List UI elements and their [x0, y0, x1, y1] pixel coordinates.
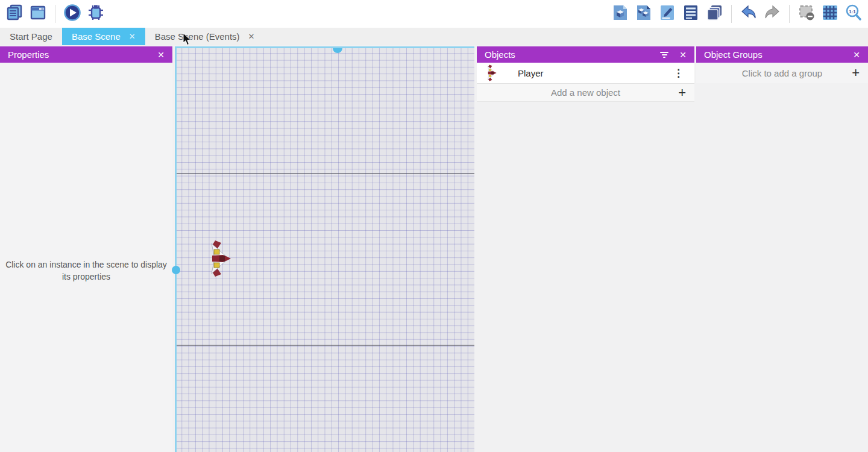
- close-icon[interactable]: ✕: [853, 51, 860, 59]
- object-menu-icon[interactable]: ⋮: [671, 67, 686, 80]
- window-mask-button[interactable]: [797, 4, 816, 24]
- window-mask-icon: [797, 4, 816, 24]
- layers-button[interactable]: [705, 4, 724, 24]
- objects-panel: Objects ✕ Player ⋮ Add a new object +: [477, 46, 694, 452]
- instances-list-button[interactable]: [681, 4, 700, 24]
- project-manager-button[interactable]: [5, 4, 24, 24]
- undo-button[interactable]: [739, 4, 758, 24]
- objects-panel-header: Objects ✕: [477, 46, 694, 63]
- toolbar-separator: [731, 5, 732, 23]
- selection-edge-left: [175, 46, 177, 452]
- selection-handle-top[interactable]: [333, 48, 342, 53]
- add-group-label: Click to add a group: [696, 68, 868, 78]
- add-object-row[interactable]: Add a new object +: [477, 84, 694, 102]
- toolbar-left-group: [5, 4, 105, 24]
- tab-base-scene-events[interactable]: Base Scene (Events) ✕: [145, 28, 265, 45]
- selection-handle-left[interactable]: [172, 266, 180, 274]
- properties-placeholder-message: Click on an instance in the scene to dis…: [5, 259, 168, 283]
- add-object-icon: [611, 4, 629, 24]
- object-groups-icon: [635, 4, 653, 24]
- add-object-button[interactable]: [611, 4, 630, 24]
- top-toolbar: 1:1: [0, 0, 868, 28]
- panel-title: Object Groups: [704, 49, 763, 60]
- object-groups-panel-header: Object Groups ✕: [696, 46, 868, 63]
- filter-icon[interactable]: [660, 52, 668, 58]
- edit-scene-button[interactable]: [658, 4, 677, 24]
- player-object-thumbnail: [485, 64, 498, 81]
- object-groups-panel: Object Groups ✕ Click to add a group +: [696, 46, 868, 452]
- layers-icon: [705, 4, 723, 24]
- svg-text:1:1: 1:1: [849, 9, 856, 14]
- properties-panel-header: Properties ✕: [0, 46, 172, 63]
- tab-base-scene[interactable]: Base Scene ✕: [62, 28, 145, 45]
- player-instance-sprite[interactable]: [210, 240, 231, 277]
- project-manager-icon: [5, 4, 24, 24]
- scene-window-border-top: [175, 173, 474, 174]
- preview-window-icon: [29, 4, 47, 24]
- scene-editor-canvas[interactable]: [175, 46, 474, 452]
- redo-button[interactable]: [763, 4, 782, 24]
- zoom-1-1-button[interactable]: 1:1: [844, 4, 863, 24]
- tab-close-icon[interactable]: ✕: [248, 33, 255, 40]
- toolbar-right-group: 1:1: [611, 4, 863, 24]
- selection-edge-top: [175, 46, 474, 48]
- close-icon[interactable]: ✕: [679, 51, 687, 59]
- scene-window-border-bottom: [175, 345, 474, 346]
- add-group-row[interactable]: Click to add a group +: [696, 63, 868, 83]
- zoom-1-1-icon: 1:1: [844, 4, 863, 24]
- tab-label: Base Scene: [72, 31, 121, 42]
- grid-toggle-button[interactable]: [820, 4, 840, 24]
- play-icon: [63, 4, 81, 24]
- tab-label: Base Scene (Events): [155, 31, 240, 42]
- toolbar-separator: [789, 5, 790, 23]
- debug-button[interactable]: [86, 4, 105, 24]
- panel-title: Properties: [8, 49, 49, 60]
- grid-icon: [821, 4, 839, 24]
- object-groups-button[interactable]: [634, 4, 653, 24]
- properties-panel: Properties ✕ Click on an instance in the…: [0, 46, 172, 452]
- toolbar-separator: [55, 5, 55, 23]
- edit-scene-icon: [658, 4, 676, 24]
- add-object-label: Add a new object: [477, 87, 694, 98]
- undo-icon: [740, 4, 758, 24]
- tab-start-page[interactable]: Start Page: [0, 28, 62, 45]
- instances-list-icon: [682, 4, 700, 24]
- object-name: Player: [518, 68, 671, 78]
- debug-icon: [87, 4, 105, 24]
- object-row-player[interactable]: Player ⋮: [477, 63, 694, 84]
- close-icon[interactable]: ✕: [157, 51, 165, 59]
- preview-window-button[interactable]: [28, 4, 48, 24]
- play-preview-button[interactable]: [63, 4, 82, 24]
- tab-label: Start Page: [10, 31, 52, 42]
- panel-title: Objects: [485, 49, 515, 60]
- redo-icon: [763, 4, 781, 24]
- tab-bar: Start Page Base Scene ✕ Base Scene (Even…: [0, 28, 868, 45]
- plus-icon[interactable]: +: [852, 66, 860, 80]
- plus-icon[interactable]: +: [678, 86, 686, 99]
- tab-close-icon[interactable]: ✕: [129, 33, 136, 40]
